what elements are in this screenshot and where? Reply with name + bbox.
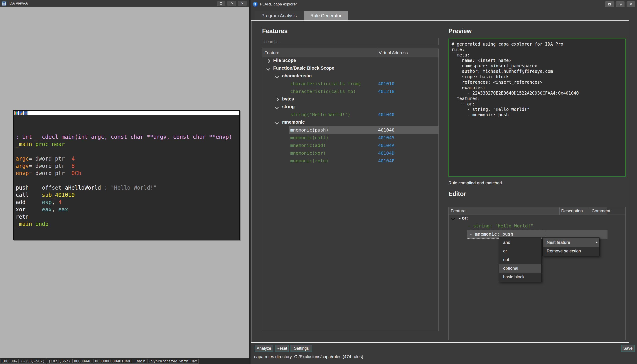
menu-item-not[interactable]: not bbox=[499, 255, 541, 264]
settings-button[interactable]: Settings bbox=[290, 345, 312, 352]
disasm-line[interactable]: xor eax, eax bbox=[16, 206, 232, 213]
colors-icon[interactable] bbox=[15, 111, 18, 115]
disasm-token: = dword ptr bbox=[29, 170, 72, 176]
editor-header-background bbox=[449, 207, 606, 214]
column-header-feature[interactable]: Feature bbox=[264, 50, 279, 55]
disasm-line[interactable]: push offset aHelloWorld ; "Hello World!" bbox=[16, 184, 232, 192]
close-button[interactable]: × bbox=[238, 1, 247, 6]
maximize-button[interactable] bbox=[605, 1, 614, 7]
virtual-address: 401045 bbox=[378, 135, 394, 140]
feature-tree-leaf-row[interactable]: mnemonic(xor)40104D bbox=[262, 150, 438, 157]
capa-explorer-window: FLARE capa explorer × Program Analysis R… bbox=[251, 0, 637, 364]
menu-item-nest-feature[interactable]: Nest feature bbox=[543, 238, 599, 247]
disasm-token: argv bbox=[16, 163, 29, 169]
disasm-line[interactable] bbox=[16, 148, 232, 155]
feature-label: mnemonic(xor) bbox=[290, 150, 326, 156]
virtual-address: 401040 bbox=[378, 112, 394, 117]
status-segment: (Synchronized with Hex bbox=[147, 359, 199, 364]
tab-bar: Program Analysis Rule Generator bbox=[255, 11, 348, 20]
chevron-down-icon[interactable] bbox=[275, 106, 279, 109]
reset-button[interactable]: Reset bbox=[275, 345, 289, 352]
chevron-right-icon[interactable] bbox=[266, 59, 270, 63]
menu-item-remove-selection[interactable]: Remove selection bbox=[543, 247, 599, 255]
disasm-token: proc near bbox=[36, 141, 65, 148]
disasm-line[interactable]: _main proc near bbox=[16, 140, 232, 148]
save-button[interactable]: Save bbox=[621, 345, 635, 352]
disasm-line[interactable]: add esp, 4 bbox=[16, 199, 232, 206]
editor-mnemonic-label: - mnemonic: push bbox=[469, 231, 513, 237]
disasm-token: _main bbox=[16, 221, 32, 227]
column-header-description[interactable]: Description bbox=[561, 208, 583, 214]
column-header-feature[interactable]: Feature bbox=[451, 208, 465, 214]
feature-tree-scope-row[interactable]: File Scope bbox=[262, 57, 438, 65]
disasm-token: eax bbox=[42, 206, 52, 213]
feature-tree-scope-row[interactable]: bytes bbox=[262, 96, 438, 103]
feature-tree-leaf-row[interactable]: mnemonic(retn)40104F bbox=[262, 157, 438, 165]
menu-item-and[interactable]: and bbox=[499, 238, 541, 247]
feature-tree-leaf-row[interactable]: mnemonic(push)401040 bbox=[262, 126, 438, 134]
capa-window-buttons: × bbox=[605, 1, 635, 7]
status-segment: (1073,652) bbox=[47, 359, 72, 364]
editor-row-or[interactable]: - or: bbox=[449, 214, 625, 222]
search-input[interactable] bbox=[262, 38, 439, 45]
feature-tree-scope-row[interactable]: characteristic bbox=[262, 72, 438, 80]
restore-button[interactable] bbox=[227, 1, 236, 6]
disasm-line[interactable]: envp= dword ptr 0Ch bbox=[16, 170, 232, 177]
disasm-line[interactable]: argc= dword ptr 4 bbox=[16, 155, 232, 162]
menu-item-optional[interactable]: optional bbox=[499, 264, 541, 272]
feature-tree-leaf-row[interactable]: string("Hello World!")401040 bbox=[262, 111, 438, 118]
maximize-icon bbox=[608, 3, 611, 6]
edit-icon[interactable] bbox=[19, 111, 23, 115]
disasm-token: aHelloWorld bbox=[65, 184, 101, 191]
virtual-address: 40121B bbox=[378, 89, 394, 94]
chevron-down-icon[interactable] bbox=[451, 216, 455, 220]
chevron-down-icon[interactable] bbox=[275, 74, 279, 78]
disasm-line[interactable]: call sub_401010 bbox=[16, 192, 232, 199]
disasm-token: 4 bbox=[72, 156, 75, 162]
tab-rule-generator[interactable]: Rule Generator bbox=[304, 11, 348, 20]
restore-button[interactable] bbox=[616, 1, 624, 7]
disasm-token bbox=[26, 206, 42, 213]
chevron-down-icon[interactable] bbox=[275, 121, 279, 125]
disasm-token: _main bbox=[16, 141, 32, 148]
analyze-button[interactable]: Analyze bbox=[255, 345, 273, 352]
status-segment: 100.00% bbox=[0, 359, 19, 364]
feature-label: bytes bbox=[282, 96, 294, 102]
chevron-right-icon[interactable] bbox=[275, 98, 279, 102]
disasm-token: offset bbox=[42, 184, 65, 191]
disassembly-code[interactable]: ; int __cdecl main(int argc, const char … bbox=[16, 133, 232, 228]
menu-item-or[interactable]: or bbox=[499, 247, 541, 255]
feature-label: mnemonic bbox=[282, 120, 305, 125]
tab-program-analysis[interactable]: Program Analysis bbox=[255, 11, 304, 20]
menu-item-basic-block[interactable]: basic block bbox=[499, 272, 541, 281]
disassembly-window[interactable]: ; int __cdecl main(int argc, const char … bbox=[14, 110, 240, 240]
disasm-line[interactable]: retn bbox=[16, 213, 232, 220]
disasm-line[interactable] bbox=[16, 177, 232, 184]
rule-preview-text[interactable]: # generated using capa explorer for IDA … bbox=[449, 39, 625, 120]
feature-tree-leaf-row[interactable]: characteristic(calls from)401010 bbox=[262, 80, 438, 88]
editor-row-string[interactable]: - string: "Hello World!" bbox=[449, 222, 625, 230]
feature-tree-scope-row[interactable]: mnemonic bbox=[262, 118, 438, 126]
status-segment: 00000440 bbox=[72, 359, 93, 364]
disasm-token: esp bbox=[42, 199, 52, 206]
disasm-token: endp bbox=[36, 221, 49, 227]
feature-tree-leaf-row[interactable]: characteristic(calls to)40121B bbox=[262, 88, 438, 96]
feature-tree-scope-row[interactable]: string bbox=[262, 103, 438, 111]
feature-tree-scope-row[interactable]: Function/Basic Block Scope bbox=[262, 65, 438, 72]
chevron-down-icon[interactable] bbox=[266, 67, 270, 71]
close-button[interactable]: × bbox=[626, 1, 635, 7]
feature-tree-leaf-row[interactable]: mnemonic(call)401045 bbox=[262, 134, 438, 142]
graph-overview-icon[interactable] bbox=[24, 111, 28, 115]
capa-statusbar-text: capa rules directory: C:/Exclusions/capa… bbox=[254, 354, 363, 359]
feature-tree-leaf-row[interactable]: mnemonic(add)40104A bbox=[262, 142, 438, 150]
rule-preview-box: # generated using capa explorer for IDA … bbox=[448, 38, 626, 177]
disasm-line[interactable]: ; int __cdecl main(int argc, const char … bbox=[16, 133, 232, 140]
column-header-comment[interactable]: Comment bbox=[592, 208, 610, 214]
virtual-address: 40104F bbox=[378, 158, 394, 164]
status-segment: (-253,-507) bbox=[19, 359, 46, 364]
maximize-button[interactable] bbox=[217, 1, 225, 6]
disasm-token: argc bbox=[16, 156, 29, 162]
disasm-line[interactable]: _main endp bbox=[16, 220, 232, 228]
column-header-virtual-address[interactable]: Virtual Address bbox=[379, 50, 408, 55]
disasm-line[interactable]: argv= dword ptr 8 bbox=[16, 162, 232, 170]
